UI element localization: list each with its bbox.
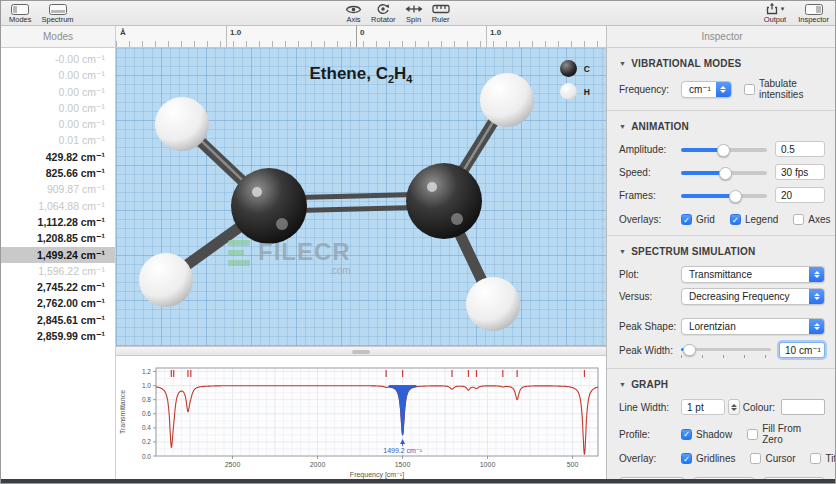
popup-chevrons-icon	[809, 267, 824, 282]
checkbox-box[interactable]: ✓	[730, 214, 741, 225]
speed-slider[interactable]	[681, 166, 767, 178]
mode-item[interactable]: 2,745.22 cm⁻¹	[1, 279, 115, 295]
disclosure-triangle-icon[interactable]: ▼	[619, 248, 626, 255]
rotator-button[interactable]: Rotator	[371, 1, 396, 24]
hydrogen-sphere-icon	[560, 83, 577, 100]
mode-item[interactable]: 825.66 cm⁻¹	[1, 165, 115, 181]
checkbox-box[interactable]	[750, 453, 761, 464]
svg-text:1.0: 1.0	[142, 382, 151, 389]
checkbox-title[interactable]: Title	[810, 453, 836, 464]
window-bottom-edge	[1, 479, 835, 483]
overlays-label: Overlays:	[619, 214, 681, 225]
checkbox-box[interactable]: ✓	[681, 214, 692, 225]
mode-item[interactable]: 2,859.99 cm⁻¹	[1, 328, 115, 344]
ruler-tick-label: 1.0	[230, 28, 241, 37]
molecule-title: Ethene, C2H4	[246, 64, 476, 85]
checkbox-box[interactable]: ✓	[681, 453, 692, 464]
speed-field[interactable]: 30 fps	[775, 164, 825, 180]
inspector-panel-title: Inspector	[606, 26, 836, 48]
disclosure-triangle-icon[interactable]: ▼	[619, 60, 626, 67]
mode-item[interactable]: 0.00 cm⁻¹	[1, 84, 115, 100]
checkbox-box[interactable]	[744, 84, 755, 95]
checkbox-grid[interactable]: ✓Grid	[681, 214, 715, 225]
svg-text:1.2: 1.2	[142, 368, 151, 375]
checkbox-box[interactable]	[793, 214, 804, 225]
mode-item[interactable]: 909.87 cm⁻¹	[1, 181, 115, 197]
mode-item[interactable]: 429.82 cm⁻¹	[1, 149, 115, 165]
tabulate-intensities-checkbox[interactable]: Tabulate intensities	[744, 78, 825, 100]
spectrum-toggle-button[interactable]: Spectrum	[42, 1, 74, 24]
mode-item[interactable]: 1,064.88 cm⁻¹	[1, 198, 115, 214]
svg-text:Transmittance: Transmittance	[119, 390, 126, 434]
legend-carbon: C	[560, 60, 590, 77]
mode-item[interactable]: 0.00 cm⁻¹	[1, 100, 115, 116]
section-spectrum-simulation[interactable]: ▼ SPECTRUM SIMULATION	[619, 246, 825, 257]
checkbox-legend[interactable]: ✓Legend	[730, 214, 778, 225]
checkbox-axes[interactable]: Axes	[793, 214, 830, 225]
section-vibrational-modes[interactable]: ▼ VIBRATIONAL MODES	[619, 58, 825, 69]
peak-width-field[interactable]: 10 cm⁻¹	[779, 342, 825, 358]
mode-item[interactable]: 1,112.28 cm⁻¹	[1, 214, 115, 230]
checkbox-box[interactable]	[747, 429, 758, 440]
molecule-canvas[interactable]: Ethene, C2H4 C H FILECR .com	[116, 48, 606, 346]
peak-shape-label: Peak Shape:	[619, 321, 681, 332]
inspector-toggle-label: Inspector	[798, 16, 829, 24]
line-width-stepper[interactable]	[728, 399, 740, 415]
checkbox-box[interactable]: ✓	[681, 429, 692, 440]
mode-item[interactable]: 1,499.24 cm⁻¹	[1, 247, 115, 263]
mode-item[interactable]: 2,762.00 cm⁻¹	[1, 295, 115, 311]
checkbox-gridlines[interactable]: ✓Gridlines	[681, 453, 735, 464]
legend-hydrogen-label: H	[584, 87, 590, 97]
checkbox-cursor[interactable]: Cursor	[750, 453, 795, 464]
modes-list[interactable]: -0.00 cm⁻¹0.00 cm⁻¹0.00 cm⁻¹0.00 cm⁻¹0.0…	[1, 48, 116, 481]
peak-shape-popup[interactable]: Lorentzian	[681, 318, 825, 335]
versus-popup[interactable]: Decreasing Frequency	[681, 288, 825, 305]
mode-item[interactable]: 0.01 cm⁻¹	[1, 132, 115, 148]
modes-toggle-button[interactable]: Modes	[9, 1, 32, 24]
mode-item[interactable]: 1,208.85 cm⁻¹	[1, 230, 115, 246]
frames-field[interactable]: 20	[775, 187, 825, 203]
ruler-button[interactable]: Ruler	[432, 1, 450, 24]
header-row: Modes Å 1.0 0 1.0 Inspector	[1, 26, 836, 48]
svg-text:0.2: 0.2	[142, 438, 151, 445]
spectrum-plot[interactable]: 25002000150010005000.00.20.40.60.81.01.2…	[116, 356, 606, 481]
inspector-toggle-button[interactable]: Inspector	[798, 1, 829, 24]
splitter-handle[interactable]	[116, 346, 606, 356]
axis-eye-icon	[345, 3, 362, 15]
disclosure-triangle-icon[interactable]: ▼	[619, 123, 626, 130]
checkbox-fill-from-zero[interactable]: Fill From Zero	[747, 423, 810, 445]
overlays-group: ✓Grid✓LegendAxes	[681, 214, 836, 225]
checkbox-shadow[interactable]: ✓Shadow	[681, 423, 732, 445]
axis-button[interactable]: Axis	[345, 1, 362, 24]
molecule[interactable]	[116, 48, 606, 346]
spin-button[interactable]: Spin	[405, 1, 423, 24]
peak-width-slider[interactable]	[681, 343, 771, 358]
ruler-tick-label: 0	[360, 28, 364, 37]
output-button[interactable]: ▾ Output	[764, 1, 787, 24]
watermark-text: FILECR	[258, 240, 351, 264]
splitter-grip[interactable]	[352, 350, 370, 354]
svg-text:0.4: 0.4	[142, 424, 151, 431]
mode-item[interactable]: 1,596.22 cm⁻¹	[1, 263, 115, 279]
profile-label: Profile:	[619, 429, 681, 440]
spectrum-toggle-label: Spectrum	[42, 16, 74, 24]
axis-label: Axis	[346, 16, 360, 24]
frames-slider[interactable]	[681, 189, 767, 201]
plot-popup[interactable]: Transmittance	[681, 266, 825, 283]
mode-item[interactable]: 0.00 cm⁻¹	[1, 116, 115, 132]
amplitude-field[interactable]: 0.5	[775, 141, 825, 157]
mode-item[interactable]: 0.00 cm⁻¹	[1, 67, 115, 83]
section-graph[interactable]: ▼ GRAPH	[619, 379, 825, 390]
amplitude-slider[interactable]	[681, 143, 767, 155]
mode-item[interactable]: -0.00 cm⁻¹	[1, 51, 115, 67]
line-width-field[interactable]: 1 pt	[681, 399, 725, 415]
colour-well[interactable]	[781, 399, 825, 415]
mode-item[interactable]: 2,845.61 cm⁻¹	[1, 312, 115, 328]
carbon-atoms[interactable]	[231, 163, 482, 244]
overlay-group: ✓GridlinesCursorTitle	[681, 453, 836, 464]
disclosure-triangle-icon[interactable]: ▼	[619, 381, 626, 388]
svg-text:2000: 2000	[310, 461, 326, 468]
section-animation[interactable]: ▼ ANIMATION	[619, 121, 825, 132]
frequency-unit-popup[interactable]: cm⁻¹	[681, 81, 732, 98]
checkbox-box[interactable]	[810, 453, 821, 464]
